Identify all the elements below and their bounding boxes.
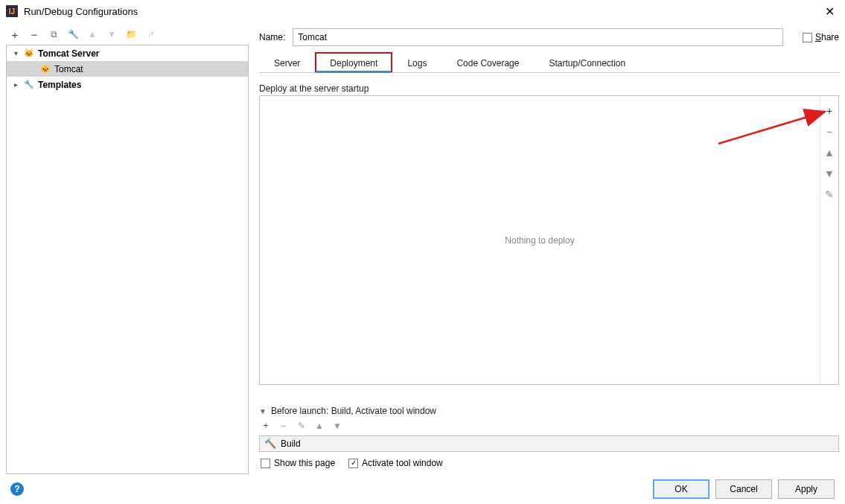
tomcat-icon: 🐱 [23, 48, 35, 60]
name-label: Name: [259, 32, 285, 42]
tabs-bar: Server Deployment Logs Code Coverage Sta… [259, 52, 839, 73]
apply-button[interactable]: Apply [778, 479, 835, 499]
remove-artifact-icon: − [823, 126, 835, 138]
artifact-up-icon: ▲ [823, 147, 835, 159]
tab-code-coverage[interactable]: Code Coverage [441, 52, 534, 72]
configurations-panel: + − ⧉ 🔧 ▲ ▼ 📁 ↓² ▾ 🐱 Tomcat Server 🐱 Tom… [6, 27, 249, 474]
expand-arrow-icon[interactable]: ▾ [11, 49, 20, 57]
app-icon: IJ [6, 5, 18, 17]
remove-config-icon[interactable]: − [28, 28, 40, 40]
bl-item-label: Build [281, 438, 301, 449]
close-icon[interactable]: ✕ [820, 4, 839, 19]
before-launch-label: Before launch: Build, Activate tool wind… [271, 406, 436, 416]
show-this-page-checkbox[interactable]: Show this page [261, 458, 335, 468]
wrench-icon: 🔧 [23, 79, 35, 91]
checkbox-icon [348, 459, 358, 468]
activate-tool-window-checkbox[interactable]: Activate tool window [348, 458, 443, 468]
artifact-down-icon: ▼ [823, 168, 835, 179]
move-down-icon: ▼ [106, 28, 118, 40]
hammer-icon: 🔨 [264, 438, 276, 449]
cancel-button[interactable]: Cancel [715, 479, 772, 499]
dialog-footer: ? OK Cancel Apply [0, 474, 845, 504]
activate-tool-window-label: Activate tool window [362, 458, 443, 468]
show-this-page-label: Show this page [274, 458, 335, 468]
titlebar: IJ Run/Debug Configurations ✕ [0, 0, 845, 22]
tree-node-templates[interactable]: ▸ 🔧 Templates [7, 77, 248, 92]
folder-icon[interactable]: 📁 [125, 28, 137, 40]
share-label: SSharehare [815, 32, 839, 42]
before-launch-section: ▼ Before launch: Build, Activate tool wi… [259, 406, 839, 474]
tree-label: Tomcat [54, 64, 83, 74]
tab-server[interactable]: Server [259, 52, 315, 72]
deploy-empty-text: Nothing to deploy [260, 96, 820, 384]
bl-edit-icon: ✎ [296, 421, 307, 431]
copy-config-icon[interactable]: ⧉ [48, 28, 60, 40]
deploy-section-label: Deploy at the server startup [259, 83, 839, 95]
before-launch-list[interactable]: 🔨 Build [259, 436, 839, 452]
bl-add-icon[interactable]: + [261, 421, 271, 431]
before-launch-toolbar: + − ✎ ▲ ▼ [259, 416, 839, 436]
tab-startup-connection[interactable]: Startup/Connection [534, 52, 640, 72]
tab-logs[interactable]: Logs [392, 52, 441, 72]
ok-button[interactable]: OK [653, 479, 710, 499]
tree-node-tomcat[interactable]: 🐱 Tomcat [7, 61, 248, 77]
configurations-tree[interactable]: ▾ 🐱 Tomcat Server 🐱 Tomcat ▸ 🔧 Templates [6, 45, 249, 474]
expand-arrow-icon[interactable]: ▸ [11, 80, 20, 89]
bl-up-icon: ▲ [314, 421, 325, 431]
name-input[interactable] [293, 28, 783, 46]
add-artifact-icon[interactable]: + [823, 105, 835, 117]
deploy-list-box: Nothing to deploy + − ▲ ▼ ✎ [259, 95, 839, 385]
checkbox-icon [261, 459, 270, 468]
settings-panel: Name: SSharehare Server Deployment Logs … [259, 27, 839, 474]
edit-artifact-icon: ✎ [823, 188, 835, 200]
add-config-icon[interactable]: + [9, 28, 21, 40]
configurations-toolbar: + − ⧉ 🔧 ▲ ▼ 📁 ↓² [6, 27, 249, 45]
tab-deployment[interactable]: Deployment [315, 52, 392, 72]
share-checkbox[interactable]: SSharehare [791, 32, 839, 42]
bl-down-icon: ▼ [332, 421, 342, 431]
tree-label: Templates [38, 80, 81, 90]
deploy-side-toolbar: + − ▲ ▼ ✎ [820, 96, 838, 384]
list-item[interactable]: 🔨 Build [260, 436, 838, 450]
edit-defaults-icon[interactable]: 🔧 [67, 28, 79, 40]
window-title: Run/Debug Configurations [24, 6, 820, 17]
tomcat-icon: 🐱 [39, 63, 51, 75]
help-icon[interactable]: ? [10, 482, 24, 496]
sort-icon[interactable]: ↓² [144, 28, 156, 40]
bl-remove-icon: − [278, 421, 289, 431]
move-up-icon: ▲ [86, 28, 98, 40]
tree-label: Tomcat Server [38, 48, 99, 59]
collapse-arrow-icon[interactable]: ▼ [259, 407, 267, 415]
tree-node-tomcat-server[interactable]: ▾ 🐱 Tomcat Server [7, 45, 248, 61]
checkbox-icon [803, 33, 812, 42]
